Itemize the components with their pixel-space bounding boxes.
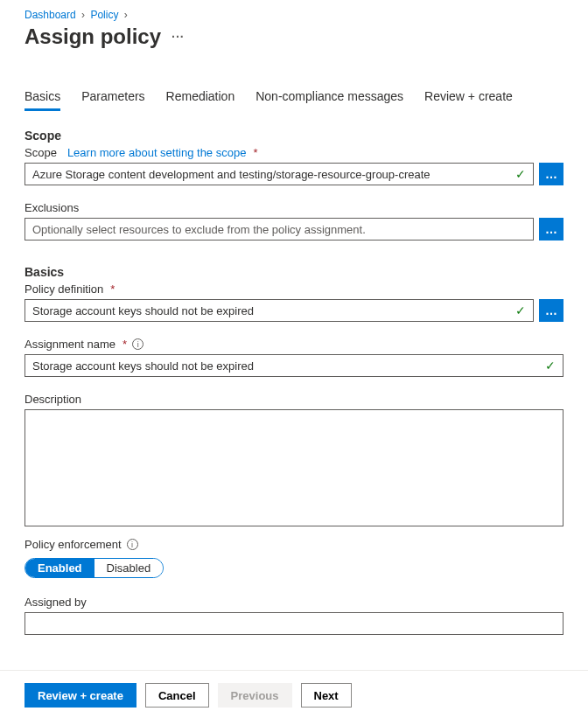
scope-heading: Scope <box>24 129 564 143</box>
tab-bar: Basics Parameters Remediation Non-compli… <box>24 84 564 111</box>
assignment-name-input[interactable]: Storage account keys should not be expir… <box>24 354 564 377</box>
exclusions-input[interactable]: Optionally select resources to exclude f… <box>24 218 534 241</box>
tab-remediation[interactable]: Remediation <box>166 84 235 111</box>
breadcrumb-dashboard[interactable]: Dashboard <box>24 9 76 21</box>
tab-parameters[interactable]: Parameters <box>81 84 144 111</box>
policy-enforcement-label: Policy enforcement <box>24 538 122 551</box>
tab-basics[interactable]: Basics <box>24 84 60 111</box>
breadcrumb-policy[interactable]: Policy <box>90 9 118 21</box>
assigned-by-label: Assigned by <box>24 596 87 609</box>
chevron-right-icon: › <box>124 9 128 21</box>
scope-learn-link[interactable]: Learn more about setting the scope <box>67 146 247 159</box>
page-title: Assign policy <box>24 24 161 49</box>
required-icon: * <box>110 282 115 296</box>
footer-bar: Review + create Cancel Previous Next <box>0 670 588 720</box>
breadcrumb: Dashboard › Policy › <box>24 0 564 24</box>
policy-definition-label: Policy definition <box>24 282 103 296</box>
exclusions-label: Exclusions <box>24 201 79 214</box>
more-actions-icon[interactable]: ··· <box>172 30 185 44</box>
policy-definition-picker-button[interactable]: … <box>539 299 564 322</box>
check-icon: ✓ <box>545 359 556 373</box>
info-icon[interactable]: i <box>132 338 144 350</box>
basics-heading: Basics <box>24 265 564 279</box>
previous-button: Previous <box>218 683 292 708</box>
description-label: Description <box>24 393 81 406</box>
chevron-right-icon: › <box>81 9 85 21</box>
required-icon: * <box>122 338 127 351</box>
next-button[interactable]: Next <box>301 683 352 708</box>
required-icon: * <box>253 146 257 159</box>
info-icon[interactable]: i <box>127 539 138 550</box>
tab-noncompliance[interactable]: Non-compliance messages <box>256 84 403 111</box>
scope-value: Azure Storage content development and te… <box>32 168 430 181</box>
assigned-by-input[interactable] <box>24 612 564 635</box>
exclusions-picker-button[interactable]: … <box>539 218 564 241</box>
check-icon: ✓ <box>515 303 526 317</box>
assignment-name-label: Assignment name <box>24 338 116 351</box>
scope-picker-button[interactable]: … <box>539 163 564 185</box>
scope-input[interactable]: Azure Storage content development and te… <box>24 163 534 185</box>
policy-definition-value: Storage account keys should not be expir… <box>32 304 254 317</box>
enforcement-toggle[interactable]: Enabled Disabled <box>24 558 164 578</box>
enforcement-disabled[interactable]: Disabled <box>94 559 164 577</box>
tab-review[interactable]: Review + create <box>424 84 513 111</box>
exclusions-placeholder: Optionally select resources to exclude f… <box>32 223 366 236</box>
enforcement-enabled[interactable]: Enabled <box>25 559 94 577</box>
check-icon: ✓ <box>515 167 526 181</box>
description-textarea[interactable] <box>24 409 564 526</box>
assignment-name-value: Storage account keys should not be expir… <box>32 359 254 373</box>
review-create-button[interactable]: Review + create <box>24 683 136 708</box>
policy-definition-input[interactable]: Storage account keys should not be expir… <box>24 299 534 322</box>
cancel-button[interactable]: Cancel <box>145 683 209 708</box>
scope-label: Scope <box>24 146 57 159</box>
